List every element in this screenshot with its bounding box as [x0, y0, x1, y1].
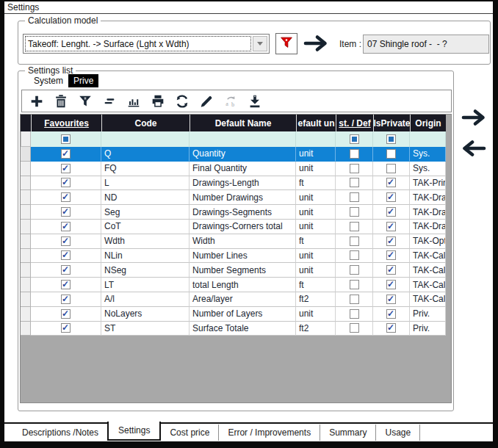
- edit-icon[interactable]: [198, 93, 215, 110]
- isprivate-checkbox[interactable]: [386, 323, 396, 333]
- cust-def-checkbox[interactable]: [350, 164, 359, 173]
- cell-isprivate: [373, 263, 410, 278]
- isprivate-checkbox[interactable]: [386, 280, 396, 289]
- cell-code: NLin: [101, 249, 190, 264]
- tab-descriptions-notes[interactable]: Descriptions /Notes: [13, 424, 107, 441]
- cell-default-unit: unit: [296, 220, 336, 234]
- cust-def-filter-checkbox[interactable]: [350, 134, 359, 144]
- cust-def-checkbox[interactable]: [350, 323, 359, 333]
- tab-settings[interactable]: Settings: [107, 422, 161, 441]
- move-right-arrow[interactable]: [461, 109, 486, 129]
- tab-cost-price[interactable]: Cost price: [161, 424, 219, 441]
- isprivate-checkbox[interactable]: [386, 295, 396, 304]
- refresh-icon[interactable]: [173, 93, 191, 110]
- column-header-cust-def[interactable]: st. / Def: [336, 115, 373, 131]
- move-left-arrow[interactable]: [461, 140, 486, 160]
- cell-code: L: [101, 176, 190, 191]
- cust-def-checkbox[interactable]: [350, 192, 359, 202]
- favourite-checkbox[interactable]: [61, 265, 71, 275]
- tab-usage[interactable]: Usage: [376, 424, 420, 441]
- favourite-checkbox[interactable]: [61, 236, 71, 246]
- isprivate-checkbox[interactable]: [386, 164, 396, 173]
- isprivate-checkbox[interactable]: [386, 222, 396, 231]
- column-header-origin[interactable]: Origin: [410, 115, 446, 131]
- tab-system[interactable]: System: [29, 74, 68, 87]
- cust-def-checkbox[interactable]: [350, 207, 359, 217]
- isprivate-checkbox[interactable]: [386, 149, 396, 159]
- cust-def-checkbox[interactable]: [350, 149, 359, 159]
- cust-def-checkbox[interactable]: [350, 250, 359, 260]
- table-row[interactable]: LTtotal LengthftTAK-Calc: [21, 278, 446, 292]
- favourite-checkbox[interactable]: [61, 323, 71, 333]
- cust-def-checkbox[interactable]: [350, 309, 359, 319]
- isprivate-checkbox[interactable]: [386, 178, 396, 187]
- cust-def-checkbox[interactable]: [350, 178, 359, 187]
- cell-origin: TAK-Calc: [410, 263, 446, 278]
- tab-summary[interactable]: Summary: [320, 424, 376, 441]
- apply-model-arrow-icon[interactable]: [303, 35, 328, 55]
- favourite-checkbox[interactable]: [61, 295, 71, 304]
- chart-icon[interactable]: [125, 93, 142, 110]
- isprivate-checkbox[interactable]: [386, 250, 396, 260]
- favourite-checkbox[interactable]: [61, 149, 71, 159]
- table-row[interactable]: NLinNumber LinesunitTAK-Calc: [21, 249, 446, 264]
- isprivate-filter-checkbox[interactable]: [386, 134, 396, 144]
- table-row[interactable]: STSurface Totaleft2Priv.: [21, 322, 446, 336]
- table-row[interactable]: CoTDrawings-Corners totalunitTAK-Draw: [21, 220, 446, 234]
- table-row[interactable]: LDrawings-LengthftTAK-Princ: [21, 176, 446, 191]
- isprivate-checkbox[interactable]: [386, 236, 396, 246]
- table-row[interactable]: QQuantityunitSys.: [21, 147, 446, 162]
- calculation-model-combobox[interactable]: Takeoff: Lenght. -> Surface (Lght x Wdth…: [23, 34, 270, 54]
- cust-def-checkbox[interactable]: [350, 295, 359, 304]
- add-icon[interactable]: [28, 93, 46, 110]
- cell-default-name: Drawings-Corners total: [190, 220, 296, 234]
- column-header-default-unit[interactable]: efault un: [296, 115, 336, 131]
- tab-prive[interactable]: Prive: [68, 74, 98, 87]
- favourite-checkbox[interactable]: [61, 309, 71, 319]
- model-filter-button[interactable]: [275, 33, 297, 54]
- column-header-code[interactable]: Code: [101, 115, 190, 131]
- column-header-favourites[interactable]: Favourites: [31, 115, 101, 131]
- column-header-isprivate[interactable]: IsPrivate: [373, 115, 410, 131]
- table-row[interactable]: FQFinal QuantityunitSys.: [21, 162, 446, 176]
- cust-def-checkbox[interactable]: [350, 236, 359, 246]
- isprivate-checkbox[interactable]: [386, 207, 396, 217]
- cell-favourite: [31, 322, 101, 336]
- favourite-checkbox[interactable]: [61, 222, 71, 231]
- cell-default-name: Number of Layers: [190, 307, 296, 322]
- row-selector-cell: [21, 205, 31, 220]
- print-icon[interactable]: [149, 93, 167, 110]
- settings-grid: Favourites Code Default Name efault un s…: [20, 114, 452, 403]
- cust-def-checkbox[interactable]: [350, 280, 359, 289]
- cust-def-checkbox[interactable]: [350, 265, 359, 275]
- column-header-default-name[interactable]: Default Name: [190, 115, 296, 131]
- table-row[interactable]: NDNumber DrawingsunitTAK-Draw: [21, 190, 446, 205]
- cell-code: Wdth: [101, 234, 190, 249]
- delete-icon[interactable]: [52, 93, 70, 110]
- filter-icon[interactable]: [76, 93, 94, 110]
- favourite-checkbox[interactable]: [61, 164, 71, 173]
- table-row[interactable]: WdthWidthftTAK-Opti: [21, 234, 446, 249]
- isprivate-checkbox[interactable]: [386, 309, 396, 319]
- favourite-checkbox[interactable]: [61, 178, 71, 187]
- favourites-filter-checkbox[interactable]: [61, 134, 71, 144]
- remove-icon[interactable]: [101, 93, 118, 110]
- tab-error-improvements[interactable]: Error / Improvements: [219, 424, 320, 441]
- table-row[interactable]: NSegNumber SegmentsunitTAK-Calc: [21, 263, 446, 278]
- table-row[interactable]: SegDrawings-SegmentsunitTAK-Draw: [21, 205, 446, 220]
- cust-def-checkbox[interactable]: [350, 222, 359, 231]
- favourite-checkbox[interactable]: [61, 250, 71, 260]
- table-row[interactable]: A/lArea/layerft2TAK-Calc: [21, 292, 446, 307]
- cell-code: FQ: [101, 162, 190, 176]
- rename-icon[interactable]: a b: [222, 93, 239, 110]
- favourite-checkbox[interactable]: [61, 207, 71, 217]
- cell-origin: TAK-Calc: [410, 292, 446, 307]
- favourite-checkbox[interactable]: [61, 192, 71, 202]
- isprivate-checkbox[interactable]: [386, 265, 396, 275]
- favourite-checkbox[interactable]: [61, 280, 71, 289]
- row-selector-cell: [21, 220, 31, 234]
- isprivate-checkbox[interactable]: [386, 192, 396, 202]
- table-row[interactable]: NoLayersNumber of LayersunitPriv.: [21, 307, 446, 322]
- import-icon[interactable]: [246, 93, 264, 110]
- chevron-down-icon[interactable]: [253, 36, 267, 51]
